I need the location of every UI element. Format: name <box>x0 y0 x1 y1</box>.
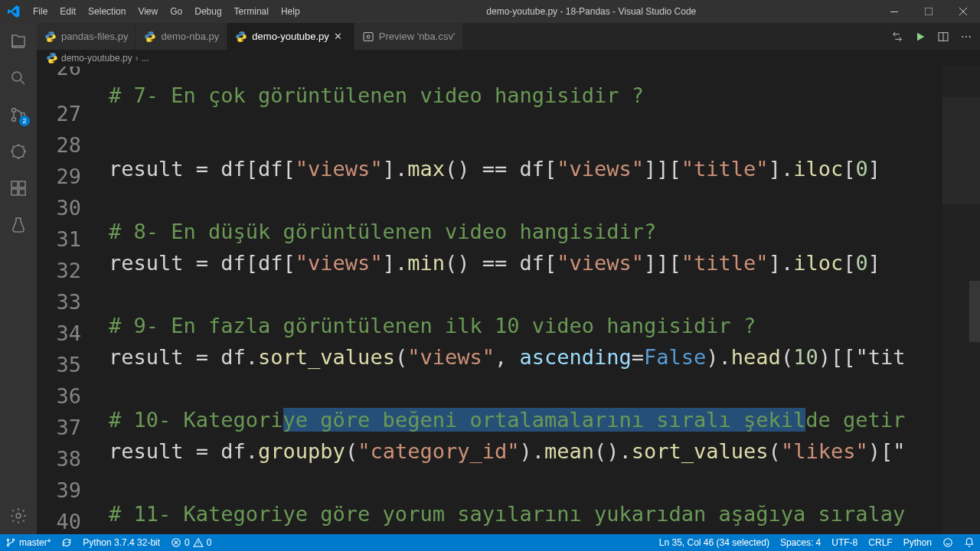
status-problems[interactable]: 0 0 <box>165 534 217 551</box>
menu-debug[interactable]: Debug <box>188 0 227 23</box>
editor-group: pandas-files.py demo-nba.py demo-youtube… <box>37 23 980 534</box>
activity-bar: 2 <box>0 23 37 534</box>
activity-search[interactable] <box>0 60 37 96</box>
scm-badge: 2 <box>19 116 30 126</box>
svg-point-4 <box>12 118 16 122</box>
tab-label: pandas-files.py <box>61 31 128 42</box>
status-encoding[interactable]: UTF-8 <box>826 534 863 551</box>
python-icon <box>46 52 58 64</box>
title-bar: File Edit Selection View Go Debug Termin… <box>0 0 980 23</box>
menu-view[interactable]: View <box>132 0 164 23</box>
tabs-bar: pandas-files.py demo-nba.py demo-youtube… <box>37 23 980 50</box>
svg-point-17 <box>969 36 971 37</box>
status-sync[interactable] <box>56 534 77 551</box>
window-controls <box>877 0 980 23</box>
code-content[interactable]: # 7- En çok görüntülenen video hangisidi… <box>98 67 980 534</box>
maximize-button[interactable] <box>911 0 946 23</box>
activity-debug[interactable] <box>0 133 37 170</box>
status-spaces[interactable]: Spaces: 4 <box>775 534 826 551</box>
menu-edit[interactable]: Edit <box>54 0 82 23</box>
text-editor[interactable]: 26 272829303132333435363738394041 # 7- E… <box>37 67 980 534</box>
status-python[interactable]: Python 3.7.4 32-bit <box>77 534 165 551</box>
tab-label: demo-nba.py <box>161 31 219 42</box>
svg-rect-7 <box>11 181 18 187</box>
svg-point-15 <box>962 36 963 37</box>
svg-point-3 <box>12 109 16 112</box>
svg-rect-9 <box>11 189 18 195</box>
compare-changes-icon[interactable] <box>891 31 903 43</box>
status-cursor[interactable]: Ln 35, Col 46 (34 selected) <box>654 534 775 551</box>
breadcrumbs[interactable]: demo-youtube.py › ... <box>37 50 980 67</box>
svg-point-19 <box>7 544 8 546</box>
more-icon[interactable] <box>960 31 972 43</box>
activity-testing[interactable] <box>0 207 37 243</box>
close-icon[interactable]: ✕ <box>334 31 346 42</box>
svg-point-16 <box>965 36 967 37</box>
svg-point-11 <box>16 514 21 518</box>
tab-actions <box>884 31 980 43</box>
tab-demo-nba[interactable]: demo-nba.py <box>136 23 227 50</box>
chevron-right-icon: › <box>136 53 139 64</box>
activity-scm[interactable]: 2 <box>0 96 37 133</box>
activity-extensions[interactable] <box>0 170 37 207</box>
status-branch[interactable]: master* <box>0 534 56 551</box>
tab-preview-nba[interactable]: Preview 'nba.csv' <box>354 23 464 50</box>
menu-terminal[interactable]: Terminal <box>228 0 275 23</box>
svg-point-6 <box>12 145 24 158</box>
breadcrumb-rest: ... <box>142 53 149 64</box>
svg-rect-0 <box>890 11 898 12</box>
tab-label: Preview 'nba.csv' <box>379 31 456 42</box>
preview-icon <box>362 31 374 43</box>
tab-demo-youtube[interactable]: demo-youtube.py ✕ <box>227 23 354 50</box>
vscode-icon <box>0 0 27 23</box>
breadcrumb-file: demo-youtube.py <box>61 53 132 64</box>
svg-rect-12 <box>364 32 373 41</box>
svg-point-2 <box>12 72 21 81</box>
menu-selection[interactable]: Selection <box>82 0 132 23</box>
minimize-button[interactable] <box>877 0 911 23</box>
status-lang[interactable]: Python <box>898 534 937 551</box>
split-editor-icon[interactable] <box>937 31 949 43</box>
python-icon <box>144 31 156 43</box>
svg-rect-10 <box>19 189 25 195</box>
svg-rect-8 <box>19 181 25 187</box>
status-feedback[interactable] <box>937 534 959 551</box>
tab-label: demo-youtube.py <box>252 31 328 42</box>
run-icon[interactable] <box>914 31 926 43</box>
svg-point-20 <box>12 539 14 540</box>
activity-explorer[interactable] <box>0 23 37 60</box>
activity-settings[interactable] <box>0 497 37 534</box>
line-number-gutter: 26 272829303132333435363738394041 <box>37 67 98 534</box>
status-bar: master* Python 3.7.4 32-bit 0 0 Ln 35, C… <box>0 534 980 551</box>
tab-pandas-files[interactable]: pandas-files.py <box>37 23 136 50</box>
svg-point-22 <box>944 539 952 547</box>
main-area: 2 pandas-files.py <box>0 23 980 534</box>
svg-point-13 <box>367 35 370 38</box>
svg-point-18 <box>7 539 8 540</box>
menu-go[interactable]: Go <box>164 0 188 23</box>
menu-file[interactable]: File <box>27 0 54 23</box>
vertical-scrollbar[interactable] <box>969 281 980 342</box>
python-icon <box>44 31 57 43</box>
svg-rect-1 <box>925 8 933 15</box>
status-eol[interactable]: CRLF <box>863 534 897 551</box>
status-bell[interactable] <box>959 534 980 551</box>
close-button[interactable] <box>946 0 980 23</box>
menu-bar: File Edit Selection View Go Debug Termin… <box>27 0 306 23</box>
menu-help[interactable]: Help <box>275 0 306 23</box>
window-title: demo-youtube.py - 18-Pandas - Visual Stu… <box>306 6 877 17</box>
python-icon <box>235 31 247 43</box>
